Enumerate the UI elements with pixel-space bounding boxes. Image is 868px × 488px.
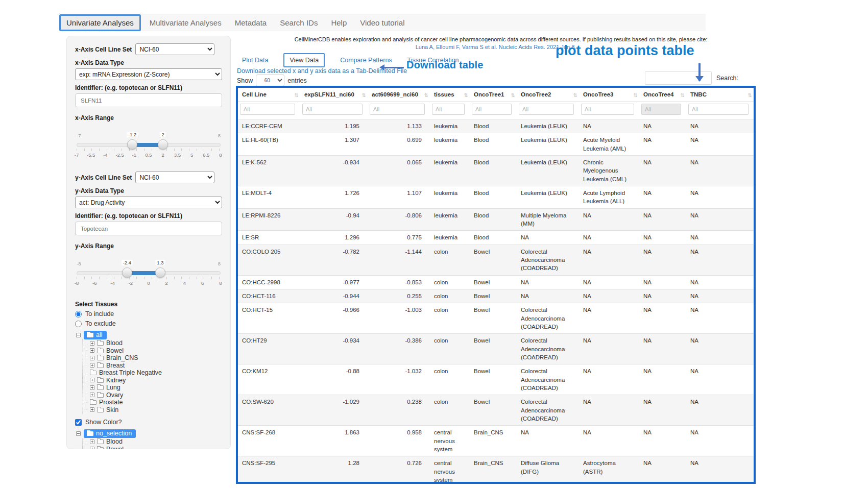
x-cell-line-set-select[interactable]: NCI-60 (135, 43, 214, 55)
nav-tab-multivariate-analyses[interactable]: Multivariate Analyses (143, 15, 228, 30)
column-header-oncotree2[interactable]: OncoTree2⇅ (517, 88, 579, 102)
show-label: Show (237, 77, 253, 84)
table-row[interactable]: CO:KM12-0.88-1.032colonBowelColorectal A… (238, 364, 754, 395)
table-row[interactable]: LE:K-562-0.9340.065leukemiaBloodLeukemia… (238, 155, 754, 186)
column-header-oncotree1[interactable]: OncoTree1⇅ (470, 88, 517, 102)
tree-item-label[interactable]: Skin (106, 406, 118, 413)
tree-item-label[interactable]: Brain_CNS (106, 354, 138, 361)
y-data-type-select[interactable]: act: Drug Activity (75, 197, 222, 208)
column-header-tnbc[interactable]: TNBC⇅ (686, 88, 754, 102)
expand-icon[interactable] (90, 447, 94, 449)
tree-item-label[interactable]: Blood (106, 339, 123, 347)
column-filter-input-oncotree1[interactable] (472, 104, 512, 115)
tree-item-label[interactable]: Ovary (106, 392, 123, 399)
column-filter-input-tnbc[interactable] (688, 104, 749, 115)
column-filter-input-expslfn11-nci60[interactable] (302, 104, 363, 115)
tissue-exclude-radio[interactable] (75, 321, 82, 327)
show-color-row[interactable]: Show Color? (75, 419, 222, 426)
expand-icon[interactable] (90, 363, 94, 368)
tissue-exclude-radio-row[interactable]: To exclude (75, 320, 222, 327)
slider-handle-from[interactable] (127, 139, 137, 150)
x-identifier-input[interactable] (75, 93, 222, 107)
nav-tab-univariate-analyses[interactable]: Univariate Analyses (59, 14, 141, 31)
y-axis-range-slider[interactable]: -88-2.41.3-8-6-4-202468 (77, 261, 221, 288)
y-cell-line-set-select[interactable]: NCI-60 (135, 172, 214, 183)
slider-handle-to[interactable] (158, 139, 168, 150)
nav-tab-help[interactable]: Help (324, 15, 353, 30)
table-row[interactable]: LE:MOLT-41.7261.107leukemiaBloodLeukemia… (238, 186, 754, 208)
column-header-oncotree4[interactable]: OncoTree4⇅ (639, 88, 686, 102)
tab-plot-data[interactable]: Plot Data (242, 57, 268, 64)
x-axis-range-slider[interactable]: -78-1.22-7-5.5-4-2.5-10.523.556.58 (77, 133, 221, 160)
expand-icon[interactable] (90, 356, 94, 360)
table-row[interactable]: LE:SR1.2960.775leukemiaBloodNANANANA (238, 231, 754, 245)
sort-icon[interactable]: ⇅ (464, 92, 468, 98)
sort-icon[interactable]: ⇅ (295, 92, 299, 98)
expand-icon[interactable] (90, 407, 94, 412)
tissue-include-radio[interactable] (75, 311, 82, 318)
expand-icon[interactable] (90, 440, 94, 444)
nav-tab-search-ids[interactable]: Search IDs (273, 15, 324, 30)
expand-icon[interactable] (90, 393, 94, 397)
table-row[interactable]: CO:SW-620-1.0290.238colonBowelColorectal… (238, 395, 754, 426)
column-filter-input-tissues[interactable] (432, 104, 465, 115)
sort-icon[interactable]: ⇅ (573, 92, 577, 98)
tree-item-label[interactable]: Lung (106, 384, 120, 391)
cell: 1.28 (300, 456, 368, 484)
sort-icon[interactable]: ⇅ (681, 92, 685, 98)
table-row[interactable]: CO:HCT-116-0.9440.255colonBowelNANANANA (238, 289, 754, 303)
column-header-oncotree3[interactable]: OncoTree3⇅ (579, 88, 639, 102)
entries-count-select[interactable]: 60 (256, 75, 284, 86)
tree-item-label[interactable]: Breast (106, 362, 125, 369)
column-header-expslfn11-nci60[interactable]: expSLFN11_nci60⇅ (300, 88, 368, 102)
nav-tab-video-tutorial[interactable]: Video tutorial (353, 15, 411, 30)
sort-icon[interactable]: ⇅ (362, 92, 366, 98)
tree-item-label[interactable]: Bowel (106, 347, 124, 354)
table-row[interactable]: CO:COLO 205-0.782-1.144colonBowelColorec… (238, 245, 754, 275)
tree-item-label[interactable]: Bowel (106, 446, 124, 449)
expand-icon[interactable] (90, 341, 94, 346)
sort-icon[interactable]: ⇅ (511, 92, 515, 98)
column-header-cell-line[interactable]: Cell Line⇅ (238, 88, 300, 102)
tree-root-no-selection[interactable]: no_selection (84, 429, 136, 438)
table-row[interactable]: LE:CCRF-CEM1.1951.133leukemiaBloodLeukem… (238, 119, 754, 133)
tissue-include-radio-row[interactable]: To include (75, 310, 222, 318)
tree-item-lung: Lung (88, 384, 222, 392)
collapse-icon[interactable] (76, 431, 81, 436)
tree-item-label[interactable]: Blood (106, 438, 123, 445)
column-filter-input-oncotree2[interactable] (519, 104, 574, 115)
tab-view-data[interactable]: View Data (283, 53, 325, 67)
table-row[interactable]: CO:HT29-0.934-0.386colonBowelColorectal … (238, 334, 754, 364)
sort-icon[interactable]: ⇅ (748, 92, 752, 98)
sort-icon[interactable]: ⇅ (634, 92, 638, 98)
table-row[interactable]: CO:HCC-2998-0.977-0.853colonBowelNANANAN… (238, 275, 754, 289)
expand-icon[interactable] (90, 348, 94, 353)
column-header-act609699-nci60[interactable]: act609699_nci60⇅ (368, 88, 430, 102)
table-row[interactable]: CO:HCT-15-0.966-1.003colonBowelColorecta… (238, 303, 754, 334)
tree-item-label[interactable]: Prostate (99, 399, 123, 406)
column-filter-input-oncotree3[interactable] (581, 104, 634, 115)
column-header-tissues[interactable]: tissues⇅ (430, 88, 470, 102)
column-filter-input-cell-line[interactable] (240, 104, 295, 115)
tab-compare-patterns[interactable]: Compare Patterns (340, 57, 392, 64)
table-row[interactable]: LE:HL-60(TB)1.3070.699leukemiaBloodLeuke… (238, 133, 754, 156)
show-color-checkbox[interactable] (75, 419, 82, 426)
expand-icon[interactable] (90, 378, 94, 382)
table-row[interactable]: LE:RPMI-8226-0.94-0.806leukemiaBloodMult… (238, 208, 754, 231)
tree-item-label[interactable]: Kidney (106, 377, 126, 384)
expand-icon[interactable] (90, 385, 94, 390)
collapse-icon[interactable] (76, 333, 81, 337)
tree-item-label[interactable]: Breast Triple Negative (99, 369, 162, 376)
y-identifier-input[interactable] (75, 222, 222, 235)
slider-handle-from[interactable] (122, 267, 132, 278)
nav-tab-metadata[interactable]: Metadata (228, 15, 274, 30)
table-row[interactable]: CNS:SF-2951.280.726central nervous syste… (238, 456, 754, 484)
sort-icon[interactable]: ⇅ (424, 92, 428, 98)
column-filter-input-act609699-nci60[interactable] (370, 104, 425, 115)
x-data-type-select[interactable]: exp: mRNA Expression (Z-Score) (75, 68, 222, 80)
column-filter-input-oncotree4[interactable] (641, 104, 681, 115)
tree-root-all[interactable]: all (84, 331, 107, 339)
table-row[interactable]: CNS:SF-2681.8630.958central nervous syst… (238, 426, 754, 456)
slider-tick-label: -7 (75, 152, 79, 158)
slider-handle-to[interactable] (155, 267, 165, 278)
